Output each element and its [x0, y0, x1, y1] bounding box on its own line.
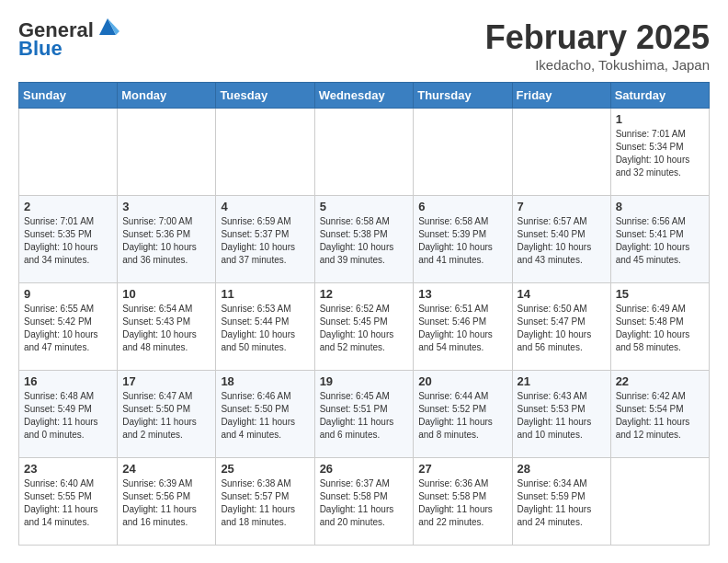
calendar-cell: 12Sunrise: 6:52 AM Sunset: 5:45 PM Dayli… [314, 283, 414, 371]
calendar-body: 1Sunrise: 7:01 AM Sunset: 5:34 PM Daylig… [19, 109, 710, 546]
calendar-week-1: 1Sunrise: 7:01 AM Sunset: 5:34 PM Daylig… [19, 109, 710, 196]
calendar-week-2: 2Sunrise: 7:01 AM Sunset: 5:35 PM Daylig… [19, 196, 710, 283]
day-info: Sunrise: 6:37 AM Sunset: 5:58 PM Dayligh… [320, 477, 409, 529]
day-number: 21 [518, 374, 606, 388]
calendar-cell [610, 458, 709, 546]
calendar-cell: 16Sunrise: 6:48 AM Sunset: 5:49 PM Dayli… [19, 371, 118, 458]
calendar-cell: 9Sunrise: 6:55 AM Sunset: 5:42 PM Daylig… [19, 283, 118, 371]
calendar-cell: 7Sunrise: 6:57 AM Sunset: 5:40 PM Daylig… [512, 196, 610, 283]
calendar-cell: 24Sunrise: 6:39 AM Sunset: 5:56 PM Dayli… [118, 458, 216, 546]
calendar-header-row: SundayMondayTuesdayWednesdayThursdayFrid… [19, 83, 710, 109]
day-number: 17 [122, 374, 210, 388]
calendar-cell [314, 109, 414, 196]
day-info: Sunrise: 6:34 AM Sunset: 5:59 PM Dayligh… [518, 477, 606, 529]
calendar-week-3: 9Sunrise: 6:55 AM Sunset: 5:42 PM Daylig… [19, 283, 710, 371]
calendar-cell: 27Sunrise: 6:36 AM Sunset: 5:58 PM Dayli… [414, 458, 512, 546]
day-number: 7 [518, 200, 606, 213]
day-info: Sunrise: 6:53 AM Sunset: 5:44 PM Dayligh… [221, 303, 309, 354]
day-number: 5 [320, 200, 409, 213]
calendar-cell: 22Sunrise: 6:42 AM Sunset: 5:54 PM Dayli… [610, 371, 709, 458]
calendar-cell: 5Sunrise: 6:58 AM Sunset: 5:38 PM Daylig… [314, 196, 414, 283]
day-info: Sunrise: 6:52 AM Sunset: 5:45 PM Dayligh… [320, 303, 409, 354]
logo-icon [96, 15, 119, 39]
day-number: 12 [320, 287, 409, 301]
calendar-cell: 11Sunrise: 6:53 AM Sunset: 5:44 PM Dayli… [216, 283, 314, 371]
day-info: Sunrise: 6:56 AM Sunset: 5:41 PM Dayligh… [616, 215, 704, 267]
day-number: 25 [221, 462, 309, 476]
calendar-cell: 6Sunrise: 6:58 AM Sunset: 5:39 PM Daylig… [414, 196, 512, 283]
day-number: 18 [221, 374, 309, 388]
page-header: General Blue February 2025 Ikedacho, Tok… [18, 18, 710, 73]
day-number: 26 [320, 462, 409, 476]
calendar-cell: 1Sunrise: 7:01 AM Sunset: 5:34 PM Daylig… [610, 109, 709, 196]
weekday-header-friday: Friday [512, 83, 610, 109]
day-info: Sunrise: 6:49 AM Sunset: 5:48 PM Dayligh… [616, 303, 704, 354]
calendar-cell: 13Sunrise: 6:51 AM Sunset: 5:46 PM Dayli… [414, 283, 512, 371]
day-number: 16 [24, 374, 112, 388]
calendar-cell: 23Sunrise: 6:40 AM Sunset: 5:55 PM Dayli… [19, 458, 118, 546]
calendar-cell [512, 109, 610, 196]
day-number: 4 [221, 200, 309, 213]
day-number: 19 [320, 374, 409, 388]
day-number: 23 [24, 462, 112, 476]
calendar-cell [216, 109, 314, 196]
day-info: Sunrise: 6:36 AM Sunset: 5:58 PM Dayligh… [418, 477, 506, 529]
day-number: 13 [418, 287, 506, 301]
day-info: Sunrise: 7:01 AM Sunset: 5:34 PM Dayligh… [616, 128, 704, 179]
day-info: Sunrise: 6:58 AM Sunset: 5:38 PM Dayligh… [320, 215, 409, 267]
calendar-cell: 26Sunrise: 6:37 AM Sunset: 5:58 PM Dayli… [314, 458, 414, 546]
day-info: Sunrise: 6:48 AM Sunset: 5:49 PM Dayligh… [24, 390, 112, 442]
day-info: Sunrise: 6:57 AM Sunset: 5:40 PM Dayligh… [518, 215, 606, 267]
calendar-cell: 15Sunrise: 6:49 AM Sunset: 5:48 PM Dayli… [610, 283, 709, 371]
day-number: 22 [616, 374, 704, 388]
day-number: 8 [616, 200, 704, 213]
calendar-cell [19, 109, 118, 196]
title-block: February 2025 Ikedacho, Tokushima, Japan [485, 18, 710, 73]
calendar-cell: 8Sunrise: 6:56 AM Sunset: 5:41 PM Daylig… [610, 196, 709, 283]
day-info: Sunrise: 6:55 AM Sunset: 5:42 PM Dayligh… [24, 303, 112, 354]
day-info: Sunrise: 6:50 AM Sunset: 5:47 PM Dayligh… [518, 303, 606, 354]
calendar-table: SundayMondayTuesdayWednesdayThursdayFrid… [18, 82, 710, 546]
day-info: Sunrise: 6:42 AM Sunset: 5:54 PM Dayligh… [616, 390, 704, 442]
day-info: Sunrise: 6:54 AM Sunset: 5:43 PM Dayligh… [122, 303, 210, 354]
logo: General Blue [18, 18, 119, 61]
day-number: 10 [122, 287, 210, 301]
calendar-cell: 3Sunrise: 7:00 AM Sunset: 5:36 PM Daylig… [118, 196, 216, 283]
day-number: 20 [418, 374, 506, 388]
day-number: 9 [24, 287, 112, 301]
day-info: Sunrise: 6:40 AM Sunset: 5:55 PM Dayligh… [24, 477, 112, 529]
calendar-cell: 21Sunrise: 6:43 AM Sunset: 5:53 PM Dayli… [512, 371, 610, 458]
day-info: Sunrise: 6:58 AM Sunset: 5:39 PM Dayligh… [418, 215, 506, 267]
calendar-cell: 2Sunrise: 7:01 AM Sunset: 5:35 PM Daylig… [19, 196, 118, 283]
day-info: Sunrise: 6:45 AM Sunset: 5:51 PM Dayligh… [320, 390, 409, 442]
calendar-cell: 14Sunrise: 6:50 AM Sunset: 5:47 PM Dayli… [512, 283, 610, 371]
day-info: Sunrise: 7:01 AM Sunset: 5:35 PM Dayligh… [24, 215, 112, 267]
day-number: 15 [616, 287, 704, 301]
weekday-header-wednesday: Wednesday [314, 83, 414, 109]
day-number: 2 [24, 200, 112, 213]
day-number: 3 [122, 200, 210, 213]
calendar-cell: 19Sunrise: 6:45 AM Sunset: 5:51 PM Dayli… [314, 371, 414, 458]
day-info: Sunrise: 6:39 AM Sunset: 5:56 PM Dayligh… [122, 477, 210, 529]
calendar-cell: 28Sunrise: 6:34 AM Sunset: 5:59 PM Dayli… [512, 458, 610, 546]
day-info: Sunrise: 6:43 AM Sunset: 5:53 PM Dayligh… [518, 390, 606, 442]
weekday-header-sunday: Sunday [19, 83, 118, 109]
day-info: Sunrise: 6:38 AM Sunset: 5:57 PM Dayligh… [221, 477, 309, 529]
calendar-week-4: 16Sunrise: 6:48 AM Sunset: 5:49 PM Dayli… [19, 371, 710, 458]
day-number: 24 [122, 462, 210, 476]
calendar-week-5: 23Sunrise: 6:40 AM Sunset: 5:55 PM Dayli… [19, 458, 710, 546]
calendar-cell: 10Sunrise: 6:54 AM Sunset: 5:43 PM Dayli… [118, 283, 216, 371]
calendar-cell [414, 109, 512, 196]
day-info: Sunrise: 6:47 AM Sunset: 5:50 PM Dayligh… [122, 390, 210, 442]
day-number: 27 [418, 462, 506, 476]
calendar-cell: 20Sunrise: 6:44 AM Sunset: 5:52 PM Dayli… [414, 371, 512, 458]
weekday-header-monday: Monday [118, 83, 216, 109]
day-info: Sunrise: 6:59 AM Sunset: 5:37 PM Dayligh… [221, 215, 309, 267]
day-number: 14 [518, 287, 606, 301]
day-info: Sunrise: 6:51 AM Sunset: 5:46 PM Dayligh… [418, 303, 506, 354]
day-number: 6 [418, 200, 506, 213]
day-info: Sunrise: 6:44 AM Sunset: 5:52 PM Dayligh… [418, 390, 506, 442]
calendar-cell [118, 109, 216, 196]
day-number: 28 [518, 462, 606, 476]
day-info: Sunrise: 6:46 AM Sunset: 5:50 PM Dayligh… [221, 390, 309, 442]
